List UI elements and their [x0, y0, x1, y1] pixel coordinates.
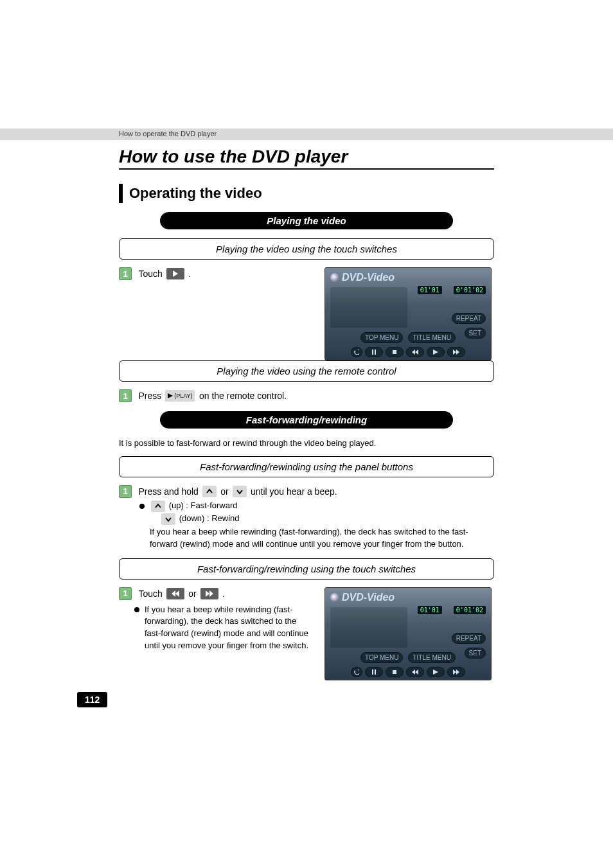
- svg-marker-14: [209, 590, 213, 597]
- disc-icon: [330, 593, 339, 602]
- svg-rect-16: [372, 669, 373, 675]
- svg-marker-20: [415, 669, 418, 675]
- screenshot-scene: [330, 607, 407, 648]
- content-area: How to use the DVD player Operating the …: [119, 146, 494, 680]
- step-text: .: [188, 269, 191, 279]
- svg-marker-12: [175, 590, 179, 597]
- step-number: 1: [119, 485, 132, 498]
- bullet-dot-icon: [134, 607, 139, 612]
- play-label-text: (PLAY): [174, 393, 192, 399]
- step-number: 1: [119, 389, 132, 402]
- fastforward-icon[interactable]: [447, 347, 465, 357]
- counter-1: 01'01: [418, 286, 442, 294]
- repeat-button[interactable]: REPEAT: [452, 633, 486, 644]
- fastforward-icon[interactable]: [447, 667, 465, 677]
- step-text: Press and hold: [138, 486, 200, 497]
- return-icon[interactable]: [351, 347, 362, 357]
- stop-icon[interactable]: [386, 667, 404, 677]
- chevron-up-icon: [202, 486, 217, 497]
- pill-fast-forwarding: Fast-forwarding/rewinding: [160, 411, 453, 429]
- page-number: 112: [77, 692, 107, 707]
- disc-icon: [330, 273, 339, 282]
- fastforward-icon: [200, 588, 218, 599]
- pause-icon[interactable]: [365, 667, 383, 677]
- svg-marker-21: [433, 669, 438, 675]
- rewind-icon: [166, 588, 184, 599]
- step-2b-row: 1 Touch or . If you hear a beep while re…: [119, 587, 494, 680]
- subheading-panel-buttons: Fast-forwarding/rewinding using the pane…: [119, 456, 494, 477]
- paragraph-ff-intro: It is possible to fast-forward or rewind…: [119, 438, 494, 450]
- step-text: Touch: [138, 589, 164, 599]
- screenshot-logo: DVD-Video: [330, 272, 395, 283]
- step-1a-row: 1 Touch . DVD-Video 01'01 0': [119, 267, 494, 360]
- rewind-icon[interactable]: [406, 347, 424, 357]
- bullet-text: (up) : Fast-forward: [169, 500, 238, 510]
- play-icon[interactable]: [427, 667, 445, 677]
- title-menu-button[interactable]: TITLE MENU: [408, 652, 455, 663]
- bullet-text: If you hear a beep while rewinding (fast…: [145, 604, 312, 652]
- dvd-screenshot: DVD-Video 01'01 0'01'02 REPEAT SET TOP M…: [324, 267, 492, 360]
- play-icon[interactable]: [427, 347, 445, 357]
- bullet-list: (up) : Fast-forward (down) : Rewind: [139, 500, 494, 525]
- svg-marker-5: [412, 350, 415, 355]
- rewind-icon[interactable]: [406, 667, 424, 677]
- screenshot-bottom-buttons: TOP MENU TITLE MENU: [325, 652, 491, 663]
- list-item: (down) : Rewind: [150, 513, 494, 525]
- step-text: until you hear a beep.: [251, 486, 337, 497]
- chevron-down-icon: [161, 513, 175, 525]
- title-rule: [119, 168, 494, 170]
- screenshot-logo-text: DVD-Video: [342, 592, 395, 603]
- subheading-touch-switches-ff: Fast-forwarding/rewinding using the touc…: [119, 558, 494, 580]
- subheading-touch-switches: Playing the video using the touch switch…: [119, 238, 494, 260]
- pause-icon[interactable]: [365, 347, 383, 357]
- step-text: or: [188, 589, 199, 599]
- chevron-down-icon: [233, 486, 247, 497]
- step-2a-row: 1 Press and hold or until you hear a bee…: [119, 485, 494, 498]
- chevron-up-icon: [151, 500, 165, 512]
- section-heading: Operating the video: [119, 184, 494, 203]
- svg-marker-9: [456, 350, 459, 355]
- top-menu-button[interactable]: TOP MENU: [360, 332, 403, 343]
- svg-marker-11: [172, 590, 175, 597]
- play-icon: [166, 268, 184, 279]
- transport-bar: [325, 667, 491, 677]
- section-title: Operating the video: [129, 184, 262, 203]
- screenshot-logo-text: DVD-Video: [342, 272, 395, 283]
- stop-icon[interactable]: [386, 347, 404, 357]
- step-text: Press: [138, 391, 164, 401]
- body-text: If you hear a beep while rewinding (fast…: [150, 526, 494, 551]
- transport-bar: [325, 347, 491, 357]
- step-1b-row: 1 Press (PLAY) on the remote control.: [119, 389, 494, 402]
- step-text: Touch: [138, 269, 164, 279]
- svg-rect-18: [393, 670, 396, 674]
- svg-marker-10: [168, 393, 173, 398]
- return-icon[interactable]: [351, 667, 362, 677]
- step-text: or: [220, 486, 231, 497]
- screenshot-bottom-buttons: TOP MENU TITLE MENU: [325, 332, 491, 343]
- svg-marker-13: [206, 590, 209, 597]
- svg-marker-22: [453, 669, 456, 675]
- header-band: [0, 128, 613, 140]
- screenshot-logo: DVD-Video: [330, 592, 395, 603]
- svg-marker-7: [433, 350, 438, 355]
- step-number: 1: [119, 267, 132, 280]
- svg-marker-0: [173, 270, 178, 277]
- top-menu-button[interactable]: TOP MENU: [360, 652, 403, 663]
- svg-rect-2: [372, 350, 373, 355]
- svg-rect-17: [375, 669, 376, 675]
- screenshot-counters: 01'01 0'01'02: [418, 606, 486, 614]
- svg-marker-23: [456, 669, 459, 675]
- pill-playing-video: Playing the video: [160, 212, 453, 229]
- step-number: 1: [119, 587, 132, 600]
- title-menu-button[interactable]: TITLE MENU: [408, 332, 455, 343]
- dvd-screenshot: DVD-Video 01'01 0'01'02 REPEAT SET TOP M…: [324, 587, 492, 680]
- list-item: (up) : Fast-forward: [139, 500, 494, 512]
- breadcrumb: How to operate the DVD player: [119, 130, 217, 137]
- bullet-dot-icon: [139, 504, 145, 509]
- subheading-remote-control: Playing the video using the remote contr…: [119, 360, 494, 382]
- repeat-button[interactable]: REPEAT: [452, 313, 486, 324]
- counter-1: 01'01: [418, 606, 442, 614]
- page: How to operate the DVD player How to use…: [0, 0, 613, 868]
- screenshot-counters: 01'01 0'01'02: [418, 286, 486, 294]
- step-text: .: [222, 589, 225, 599]
